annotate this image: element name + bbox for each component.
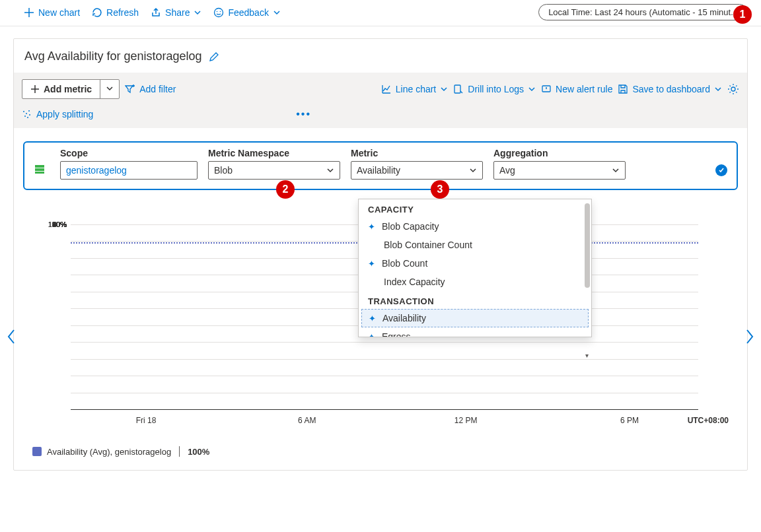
svg-point-8 [28,110,30,112]
share-button[interactable]: Share [151,7,201,18]
settings-button[interactable] [727,83,739,95]
plus-icon [24,7,34,18]
share-icon [151,7,161,18]
filter-row-2: Apply splitting ••• [22,108,739,120]
apply-splitting-button[interactable]: Apply splitting [22,109,93,119]
new-chart-label: New chart [38,7,80,18]
scroll-thumb[interactable] [585,203,590,288]
apply-splitting-label: Apply splitting [36,109,93,119]
save-dashboard-button[interactable]: Save to dashboard [618,84,722,94]
svg-rect-3 [454,85,460,93]
top-toolbar: New chart Refresh Share Feedback Local T… [0,0,761,26]
metric-field: Metric Availability [351,148,483,180]
plus-icon [30,84,40,94]
line-chart-button[interactable]: Line chart [381,84,448,94]
refresh-icon [92,7,102,18]
scope-icon [34,163,46,177]
new-alert-button[interactable]: New alert rule [541,84,612,94]
y-tick: 0% [56,220,67,228]
aggregation-select[interactable]: Avg [493,161,626,180]
scope-select[interactable]: genistoragelog [60,161,198,180]
filter-plus-icon [125,84,135,94]
svg-point-9 [24,116,26,117]
chevron-down-icon [194,9,201,17]
metric-selector: Scope genistoragelog Metric Namespace Bl… [23,141,738,190]
chevron-down-icon [612,166,620,174]
chevron-down-icon [469,166,477,174]
add-filter-button[interactable]: Add filter [125,84,176,94]
alert-icon [541,84,552,94]
gear-icon [727,83,739,95]
metric-select[interactable]: Availability [351,161,483,180]
line-chart-label: Line chart [396,84,436,94]
chevron-down-icon [106,84,114,92]
x-tick: Fri 18 [136,416,157,425]
chart-nav-prev[interactable] [5,327,17,350]
namespace-value: Blob [214,165,233,176]
dropdown-item[interactable]: ✦ Egress [359,327,591,337]
card-title-text: Avg Availability for genistoragelog [24,50,202,63]
namespace-field: Metric Namespace Blob [208,148,340,180]
namespace-label: Metric Namespace [208,148,340,158]
metric-dropdown-panel: CAPACITY ✦ Blob Capacity Blob Container … [358,199,592,337]
metric-icon: ✦ [368,222,375,232]
add-metric-dropdown[interactable] [100,80,119,98]
svg-point-2 [220,11,221,12]
chevron-down-icon [440,85,448,93]
new-chart-button[interactable]: New chart [24,7,80,18]
logs-icon [453,84,464,94]
legend-swatch [32,447,42,456]
svg-rect-13 [35,168,44,171]
svg-point-0 [215,8,223,17]
more-options-button[interactable]: ••• [284,108,311,120]
chart-nav-next[interactable] [744,327,756,350]
svg-point-7 [26,113,27,114]
feedback-button[interactable]: Feedback [213,7,280,18]
namespace-select[interactable]: Blob [208,161,340,180]
svg-rect-14 [35,172,44,174]
dropdown-item[interactable]: Blob Container Count [359,236,591,254]
new-alert-label: New alert rule [556,84,612,94]
chevron-down-icon [528,85,536,93]
save-dashboard-label: Save to dashboard [632,84,710,94]
dropdown-item-selected[interactable]: ✦ Availability [361,309,589,327]
legend-label: Availability (Avg), genistoragelog [47,447,171,457]
feedback-label: Feedback [228,7,268,18]
svg-point-5 [731,87,735,91]
svg-point-10 [29,114,30,116]
callout-badge-2: 2 [276,180,295,199]
time-range-pill[interactable]: Local Time: Last 24 hours (Automatic - 1… [538,4,748,20]
callout-badge-1: 1 [733,5,752,24]
dropdown-group-transaction: TRANSACTION [359,291,591,309]
x-tick: 12 PM [454,416,478,425]
x-axis-labels: Fri 18 6 AM 12 PM 6 PM [71,416,698,425]
add-metric-label: Add metric [44,84,92,94]
metric-icon: ✦ [368,259,375,269]
drill-logs-button[interactable]: Drill into Logs [453,84,536,94]
scroll-down-arrow[interactable]: ▾ [583,352,590,359]
line-chart-icon [381,84,392,94]
confirm-check-icon[interactable] [715,164,727,176]
x-tick: 6 AM [298,416,316,425]
aggregation-label: Aggregation [493,148,626,158]
metric-label: Metric [351,148,483,158]
chevron-down-icon [326,166,334,174]
scope-field: Scope genistoragelog [60,148,198,180]
card-title-row: Avg Availability for genistoragelog [14,39,747,73]
svg-point-6 [23,111,24,112]
refresh-button[interactable]: Refresh [92,7,139,18]
add-metric-button[interactable]: Add metric [22,79,120,99]
callout-badge-3: 3 [431,180,449,199]
svg-point-11 [27,117,28,118]
legend-value: 100% [188,447,209,457]
pencil-icon[interactable] [209,51,219,62]
metric-value: Availability [357,165,400,176]
dropdown-group-capacity: CAPACITY [359,199,591,217]
refresh-label: Refresh [106,7,139,18]
dropdown-item[interactable]: Index Capacity [359,273,591,291]
dropdown-item[interactable]: ✦ Blob Count [359,254,591,273]
dropdown-item[interactable]: ✦ Blob Capacity [359,217,591,236]
save-icon [618,84,628,94]
dropdown-scrollbar[interactable]: ▴ ▾ [583,203,590,358]
metric-icon: ✦ [368,332,375,337]
